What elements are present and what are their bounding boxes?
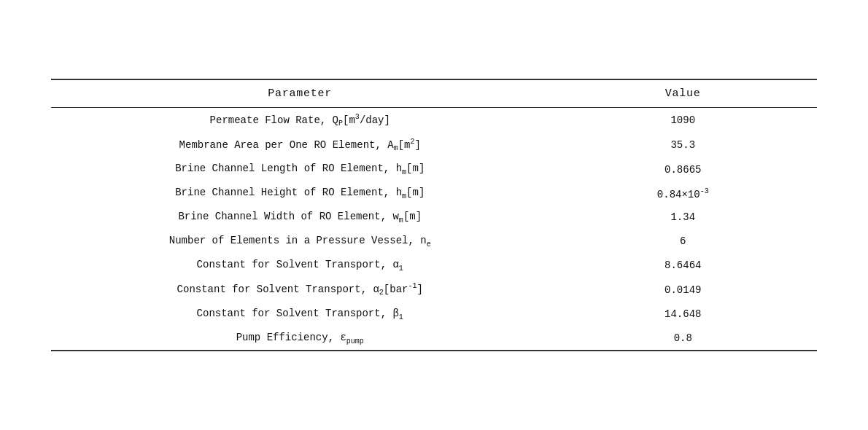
param-cell-constant-solvent-alpha2: Constant for Solvent Transport, α2[bar-1… bbox=[51, 277, 549, 302]
value-cell-number-of-elements: 6 bbox=[549, 230, 818, 254]
parameter-table: Parameter Value Permeate Flow Rate, QP[m… bbox=[51, 80, 817, 351]
param-cell-brine-channel-height: Brine Channel Height of RO Element, hm[m… bbox=[51, 181, 549, 206]
param-cell-constant-solvent-alpha1: Constant for Solvent Transport, α1 bbox=[51, 254, 549, 278]
param-cell-brine-channel-width: Brine Channel Width of RO Element, wm[m] bbox=[51, 206, 549, 230]
value-cell-brine-channel-width: 1.34 bbox=[549, 206, 818, 230]
value-cell-constant-solvent-beta1: 14.648 bbox=[549, 302, 818, 327]
value-cell-pump-efficiency: 0.8 bbox=[549, 327, 818, 351]
param-cell-membrane-area: Membrane Area per One RO Element, Am[m2] bbox=[51, 133, 549, 157]
table-row: Number of Elements in a Pressure Vessel,… bbox=[51, 230, 817, 254]
header-value: Value bbox=[549, 80, 818, 108]
table-row: Brine Channel Length of RO Element, hm[m… bbox=[51, 157, 817, 181]
value-cell-constant-solvent-alpha2: 0.0149 bbox=[549, 277, 818, 302]
header-parameter: Parameter bbox=[51, 80, 549, 108]
value-cell-constant-solvent-alpha1: 8.6464 bbox=[549, 254, 818, 278]
table-row: Constant for Solvent Transport, α2[bar-1… bbox=[51, 277, 817, 302]
table-header-row: Parameter Value bbox=[51, 80, 817, 108]
param-cell-pump-efficiency: Pump Efficiency, εpump bbox=[51, 327, 549, 351]
parameter-table-container: Parameter Value Permeate Flow Rate, QP[m… bbox=[51, 79, 817, 352]
table-row: Pump Efficiency, εpump0.8 bbox=[51, 327, 817, 351]
table-row: Brine Channel Width of RO Element, wm[m]… bbox=[51, 206, 817, 230]
param-cell-number-of-elements: Number of Elements in a Pressure Vessel,… bbox=[51, 230, 549, 254]
param-cell-brine-channel-length: Brine Channel Length of RO Element, hm[m… bbox=[51, 157, 549, 181]
value-cell-brine-channel-length: 0.8665 bbox=[549, 157, 818, 181]
value-cell-brine-channel-height: 0.84×10-3 bbox=[549, 181, 818, 206]
value-cell-membrane-area: 35.3 bbox=[549, 133, 818, 157]
table-row: Brine Channel Height of RO Element, hm[m… bbox=[51, 181, 817, 206]
value-cell-permeate-flow-rate: 1090 bbox=[549, 107, 818, 133]
table-row: Constant for Solvent Transport, β114.648 bbox=[51, 302, 817, 327]
table-row: Membrane Area per One RO Element, Am[m2]… bbox=[51, 133, 817, 157]
table-row: Permeate Flow Rate, QP[m3/day]1090 bbox=[51, 107, 817, 133]
param-cell-constant-solvent-beta1: Constant for Solvent Transport, β1 bbox=[51, 302, 549, 327]
param-cell-permeate-flow-rate: Permeate Flow Rate, QP[m3/day] bbox=[51, 107, 549, 133]
table-row: Constant for Solvent Transport, α18.6464 bbox=[51, 254, 817, 278]
